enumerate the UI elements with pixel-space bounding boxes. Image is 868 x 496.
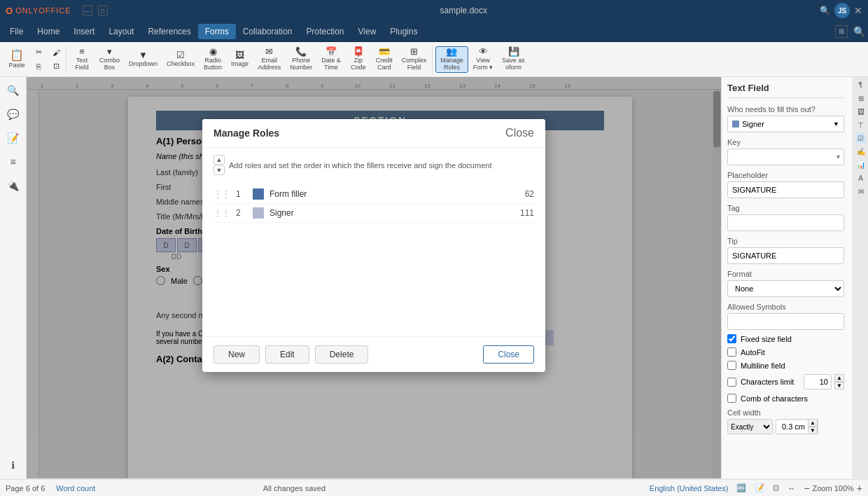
radio-button-button[interactable]: ◉ RadioButton: [200, 46, 226, 73]
sidebar-info-icon[interactable]: ℹ: [3, 455, 24, 476]
app-logo: O ONLYOFFICE: [6, 6, 71, 16]
cell-width-value-input[interactable]: [776, 421, 808, 432]
mail-icon[interactable]: ✉: [857, 186, 865, 197]
characters-limit-checkbox[interactable]: [727, 378, 736, 387]
cell-width-up[interactable]: ▲: [808, 419, 818, 427]
paste-button[interactable]: 📋 Paste: [4, 46, 29, 73]
tip-input[interactable]: [727, 247, 844, 264]
search-button[interactable]: 🔍: [820, 6, 830, 15]
edit-role-button[interactable]: Edit: [265, 345, 309, 364]
left-sidebar: 🔍 💬 📝 ≡ 🔌 ℹ: [0, 77, 27, 478]
menu-collaboration[interactable]: Collaboration: [236, 24, 300, 39]
paragraph-icon[interactable]: ¶: [858, 80, 864, 90]
header-icon[interactable]: ⊤: [856, 120, 865, 130]
complex-field-button[interactable]: ⊞ ComplexField: [398, 46, 431, 73]
sidebar-search-icon[interactable]: 🔍: [3, 80, 24, 101]
search-menu-button[interactable]: 🔍: [853, 26, 865, 37]
key-input[interactable]: [727, 149, 844, 165]
manage-roles-button[interactable]: 👥 ManageRoles: [435, 46, 468, 73]
menu-file[interactable]: File: [3, 24, 30, 39]
phone-number-button[interactable]: 📞 PhoneNumber: [286, 46, 316, 73]
image-panel-icon[interactable]: 🖼: [856, 106, 866, 117]
fit-page-icon[interactable]: ⊡: [773, 483, 779, 492]
format-select[interactable]: None: [727, 280, 844, 297]
view-form-button[interactable]: 👁 ViewForm ▾: [469, 46, 498, 73]
user-avatar[interactable]: JS: [834, 3, 850, 18]
date-time-button[interactable]: 📅 Date &Time: [317, 46, 345, 73]
menu-forms[interactable]: Forms: [198, 24, 236, 39]
menu-references[interactable]: References: [141, 24, 197, 39]
table-icon[interactable]: ⊞: [857, 93, 865, 104]
track-changes-icon[interactable]: 📝: [755, 483, 764, 492]
checkbox-button[interactable]: ☑ Checkbox: [162, 46, 199, 73]
sort-up-arrow[interactable]: ▲: [214, 155, 225, 165]
autofit-checkbox[interactable]: [727, 347, 736, 357]
menu-insert[interactable]: Insert: [66, 24, 102, 39]
tag-input[interactable]: [727, 214, 844, 231]
placeholder-input[interactable]: [727, 181, 844, 198]
text-field-button[interactable]: ≡ TextField: [69, 46, 94, 73]
select-all-button[interactable]: ⊡: [48, 60, 64, 73]
allowed-symbols-input[interactable]: [727, 313, 844, 330]
modal-close-button[interactable]: Close: [505, 128, 534, 139]
sidebar-track-icon[interactable]: 📝: [3, 128, 24, 149]
sidebar-list-icon[interactable]: ≡: [3, 151, 24, 172]
fit-width-icon[interactable]: ↔: [788, 484, 795, 492]
close-modal-button[interactable]: Close: [483, 345, 534, 364]
fixed-size-checkbox[interactable]: [727, 334, 736, 343]
cell-width-down[interactable]: ▼: [808, 427, 818, 434]
key-field-container: ▼: [727, 149, 844, 165]
panel-content: Text Field Who needs to fill this out? S…: [727, 83, 862, 434]
characters-limit-up[interactable]: ▲: [834, 374, 844, 382]
close-window-button[interactable]: ✕: [854, 5, 862, 16]
email-address-button[interactable]: ✉ EmailAddress: [253, 46, 285, 73]
image-button[interactable]: 🖼 Image: [227, 46, 253, 73]
role-count-1: 62: [525, 189, 534, 199]
sidebar-comment-icon[interactable]: 💬: [3, 104, 24, 125]
cut-button[interactable]: ✂: [30, 46, 47, 59]
drag-handle-2[interactable]: ⋮⋮: [214, 208, 230, 218]
logo-icon: O: [6, 6, 13, 16]
comb-characters-checkbox[interactable]: [727, 394, 736, 403]
credit-card-button[interactable]: 💳 CreditCard: [372, 46, 397, 73]
cell-width-unit-select[interactable]: Exactly: [727, 419, 773, 434]
multiline-checkbox[interactable]: [727, 361, 736, 370]
text-art-icon[interactable]: A: [857, 173, 864, 184]
menu-protection[interactable]: Protection: [300, 24, 351, 39]
key-dropdown-arrow[interactable]: ▼: [835, 153, 841, 160]
key-label: Key: [727, 138, 844, 146]
word-count-button[interactable]: Word count: [56, 484, 95, 492]
toolbar-forms-group: ≡ TextField ▾ ComboBox ▼ Dropdown ☑ Chec…: [68, 46, 433, 74]
form-panel-icon[interactable]: ☑: [856, 133, 865, 144]
sidebar-plugin-icon[interactable]: 🔌: [3, 175, 24, 196]
signature-icon[interactable]: ✍: [855, 146, 867, 157]
zip-code-button[interactable]: 📮 ZipCode: [346, 46, 371, 73]
language-selector[interactable]: English (United States): [650, 484, 729, 492]
menu-home[interactable]: Home: [30, 24, 66, 39]
signer-value: Signer: [742, 120, 830, 128]
sort-down-arrow[interactable]: ▼: [214, 165, 225, 175]
copy-button[interactable]: ⎘: [30, 60, 47, 73]
minimize-button[interactable]: —: [83, 6, 92, 15]
toolbar-clipboard-group: 📋 Paste ✂ ⎘ 🖌 ⊡: [3, 46, 66, 74]
menu-layout[interactable]: Layout: [102, 24, 141, 39]
delete-role-button[interactable]: Delete: [315, 345, 369, 364]
characters-limit-down[interactable]: ▼: [834, 382, 844, 390]
layout-button[interactable]: ⊞: [835, 25, 848, 38]
zoom-in-button[interactable]: +: [857, 483, 862, 494]
zoom-out-button[interactable]: −: [804, 483, 809, 494]
signer-dropdown-arrow: ▼: [833, 120, 839, 128]
combo-box-button[interactable]: ▾ ComboBox: [95, 46, 124, 73]
characters-limit-value[interactable]: [804, 374, 832, 390]
maximize-button[interactable]: □: [98, 6, 108, 15]
menu-view[interactable]: View: [351, 24, 384, 39]
signer-dropdown[interactable]: Signer ▼: [727, 116, 844, 132]
spell-check-icon[interactable]: 🔤: [736, 483, 746, 492]
drag-handle-1[interactable]: ⋮⋮: [214, 189, 230, 199]
dropdown-button[interactable]: ▼ Dropdown: [125, 46, 162, 73]
save-as-form-button[interactable]: 💾 Save asoform: [498, 46, 529, 73]
new-role-button[interactable]: New: [214, 345, 260, 364]
menu-plugins[interactable]: Plugins: [383, 24, 424, 39]
format-painter-button[interactable]: 🖌: [48, 46, 64, 59]
chart-icon[interactable]: 📊: [855, 160, 867, 170]
